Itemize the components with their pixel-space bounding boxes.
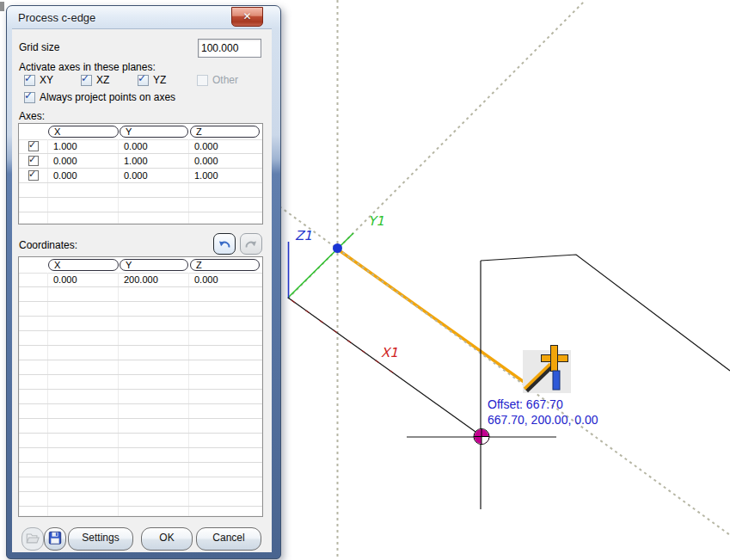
offset-tooltip-line2: 667.70, 200.00, 0.00	[488, 412, 598, 428]
dialog-title: Process c-edge	[18, 11, 95, 24]
grid-size-label: Grid size	[19, 41, 59, 53]
table-cell: 1.000	[53, 141, 77, 151]
coordinates-table: X Y Z 0.000200.0000.000	[18, 256, 263, 517]
checkbox-always-project[interactable]: ✓ Always project points on axes	[24, 91, 175, 103]
column-header-z[interactable]: Z	[190, 126, 260, 138]
open-folder-icon	[25, 531, 40, 545]
process-c-edge-dialog: Process c-edge ✕ Grid size Activate axes…	[6, 5, 281, 559]
axes-table-header: X Y Z	[19, 124, 262, 140]
redo-button	[240, 233, 262, 255]
x1-axis-label: X1	[381, 345, 398, 360]
snap-point-marker	[474, 428, 489, 444]
ok-button[interactable]: OK	[141, 527, 193, 551]
axes-table: X Y Z ✓1.0000.0000.000✓0.0001.0000.000✓0…	[18, 123, 263, 225]
check-icon: ✓	[28, 169, 36, 180]
checkbox-label: XY	[40, 74, 53, 86]
column-header-x[interactable]: X	[48, 259, 119, 271]
table-cell: 0.000	[194, 141, 218, 151]
checkbox-box: ✓	[197, 75, 208, 86]
check-icon: ✓	[24, 72, 33, 84]
save-button[interactable]	[44, 527, 66, 551]
checkbox-box: ✓	[81, 75, 92, 86]
table-row[interactable]: ✓1.0000.0000.000	[19, 139, 262, 154]
model-edge-polyline	[481, 255, 730, 371]
checkbox-label: YZ	[153, 74, 166, 86]
table-cell: 0.000	[124, 141, 148, 151]
column-header-y[interactable]: Y	[120, 259, 188, 271]
screen: Z1 Y1 X1 Offset: 667.70 667.70, 200.00, …	[0, 0, 730, 560]
cancel-button[interactable]: Cancel	[196, 527, 261, 551]
checkbox-xy[interactable]: ✓ XY	[24, 74, 53, 86]
undo-icon	[217, 237, 232, 251]
open-button	[21, 527, 44, 551]
checkbox-box: ✓	[24, 92, 35, 103]
redo-icon	[243, 237, 259, 251]
close-button[interactable]: ✕	[231, 7, 263, 27]
axes-section-label: Axes:	[19, 110, 45, 122]
x1-axis-line	[288, 298, 482, 436]
table-cell: 0.000	[194, 156, 218, 166]
save-floppy-icon	[47, 531, 63, 545]
check-icon: ✓	[24, 89, 33, 102]
checkbox-xz[interactable]: ✓ XZ	[81, 74, 109, 86]
line-tool-cursor	[523, 346, 571, 394]
settings-button[interactable]: Settings	[68, 527, 133, 551]
undo-button[interactable]	[213, 233, 236, 255]
table-cell: 1.000	[124, 156, 148, 166]
highlight-measure-line	[338, 249, 526, 384]
offset-tooltip: Offset: 667.70 667.70, 200.00, 0.00	[488, 397, 598, 428]
grid-size-input[interactable]	[198, 39, 261, 58]
coordinates-table-body: 0.000200.0000.000	[19, 273, 262, 516]
column-header-x[interactable]: X	[48, 126, 119, 138]
y1-axis-label: Y1	[368, 213, 384, 229]
table-cell: 0.000	[53, 170, 77, 181]
row-checkbox[interactable]: ✓	[28, 141, 39, 151]
coordinates-table-header: X Y Z	[19, 257, 262, 274]
table-row[interactable]: ✓0.0001.0000.000	[19, 154, 262, 169]
table-cell: 200.000	[124, 274, 158, 285]
column-header-y[interactable]: Y	[120, 126, 188, 138]
checkbox-yz[interactable]: ✓ YZ	[138, 74, 166, 86]
background-window-artifact	[0, 2, 4, 11]
offset-tooltip-line1: Offset: 667.70	[488, 397, 598, 412]
table-row[interactable]: 0.000200.0000.000	[19, 273, 262, 287]
checkbox-label: XZ	[96, 74, 109, 86]
dialog-client-area: Grid size Activate axes in these planes:…	[12, 28, 272, 552]
check-icon: ✓	[81, 72, 89, 84]
table-cell: 0.000	[194, 274, 218, 285]
table-cell: 0.000	[124, 170, 148, 181]
row-checkbox[interactable]: ✓	[28, 156, 39, 166]
table-row[interactable]: ✓0.0000.0001.000	[19, 169, 262, 183]
checkbox-box: ✓	[24, 75, 35, 86]
axes-table-body: ✓1.0000.0000.000✓0.0001.0000.000✓0.0000.…	[19, 139, 262, 224]
checkbox-label: Other	[212, 74, 238, 86]
row-checkbox[interactable]: ✓	[28, 170, 39, 181]
check-icon: ✓	[28, 154, 36, 165]
coordinates-section-label: Coordinates:	[19, 239, 77, 251]
table-cell: 1.000	[194, 170, 218, 181]
check-icon: ✓	[138, 72, 146, 84]
z1-axis-label: Z1	[295, 228, 312, 243]
column-header-z[interactable]: Z	[190, 259, 260, 271]
checkbox-label: Always project points on axes	[40, 91, 175, 103]
checkbox-other: ✓ Other	[197, 74, 238, 86]
endpoint-marker	[333, 243, 342, 253]
table-cell: 0.000	[53, 156, 77, 166]
check-icon: ✓	[28, 139, 36, 151]
dialog-titlebar[interactable]: Process c-edge ✕	[7, 6, 280, 28]
table-cell: 0.000	[53, 274, 77, 285]
checkbox-box: ✓	[138, 75, 149, 86]
